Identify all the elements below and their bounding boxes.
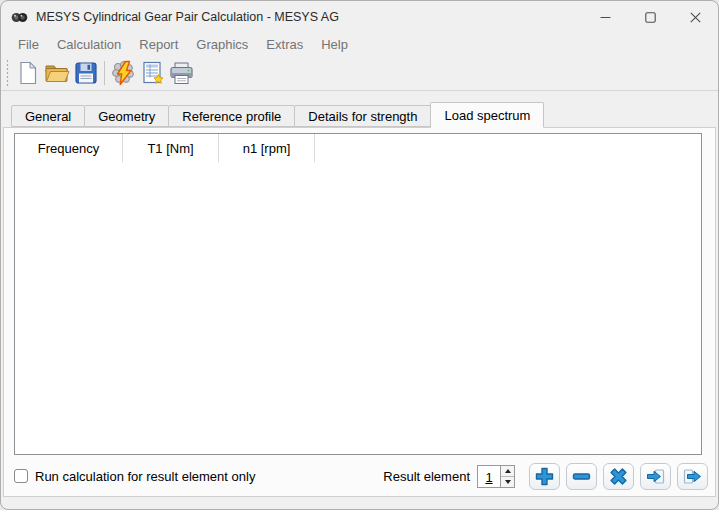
maximize-icon <box>645 12 656 23</box>
spinner-buttons <box>500 466 514 487</box>
maximize-button[interactable] <box>628 1 673 33</box>
save-file-icon <box>75 62 97 84</box>
window-controls <box>583 1 718 33</box>
save-file-button[interactable] <box>71 59 100 88</box>
arrow-into-box-icon <box>646 467 665 486</box>
menu-help[interactable]: Help <box>312 35 357 54</box>
menu-file[interactable]: File <box>9 35 48 54</box>
close-button[interactable] <box>673 1 718 33</box>
new-file-icon <box>17 61 39 85</box>
spinner-down-button[interactable] <box>501 477 514 487</box>
app-window: MESYS Cylindrical Gear Pair Calculation … <box>0 0 719 510</box>
run-calculation-checkbox[interactable] <box>14 469 28 483</box>
spinner-down-icon <box>505 480 511 484</box>
spinner-up-icon <box>505 469 511 473</box>
window-title: MESYS Cylindrical Gear Pair Calculation … <box>36 10 583 24</box>
toolbar-separator <box>104 61 105 85</box>
menu-report[interactable]: Report <box>130 35 187 54</box>
minimize-icon <box>600 12 611 23</box>
export-load-spectrum-button[interactable] <box>677 463 708 490</box>
result-element-controls: Result element 1 <box>383 463 708 490</box>
tab-reference-profile[interactable]: Reference profile <box>168 105 295 127</box>
column-header-n1[interactable]: n1 [rpm] <box>219 134 315 162</box>
report-icon <box>141 61 165 85</box>
menu-bar: File Calculation Report Graphics Extras … <box>1 33 718 56</box>
result-element-label: Result element <box>383 469 470 484</box>
minimize-button[interactable] <box>583 1 628 33</box>
calculate-lightning-icon <box>111 60 137 86</box>
result-element-value[interactable]: 1 <box>478 466 500 487</box>
clear-load-cases-button[interactable] <box>603 463 634 490</box>
menu-extras[interactable]: Extras <box>257 35 312 54</box>
remove-load-case-button[interactable] <box>566 463 597 490</box>
minus-icon <box>572 467 591 486</box>
load-spectrum-table[interactable]: Frequency T1 [Nm] n1 [rpm] <box>14 133 702 455</box>
column-header-frequency[interactable]: Frequency <box>15 134 123 162</box>
toolbar-grip[interactable] <box>5 60 10 86</box>
tab-geometry[interactable]: Geometry <box>84 105 169 127</box>
tab-general[interactable]: General <box>11 105 85 127</box>
run-calculation-label: Run calculation for result element only <box>35 469 255 484</box>
report-button[interactable] <box>138 59 167 88</box>
arrow-out-of-box-icon <box>683 467 702 486</box>
print-icon <box>169 62 194 85</box>
result-element-spinner[interactable]: 1 <box>477 465 515 488</box>
new-file-button[interactable] <box>13 59 42 88</box>
close-icon <box>690 12 701 23</box>
open-file-button[interactable] <box>42 59 71 88</box>
footer-bar: Run calculation for result element only … <box>14 462 708 490</box>
table-header-row: Frequency T1 [Nm] n1 [rpm] <box>15 134 701 162</box>
column-header-t1[interactable]: T1 [Nm] <box>123 134 219 162</box>
app-gear-pair-icon <box>11 10 28 25</box>
menu-graphics[interactable]: Graphics <box>187 35 257 54</box>
toolbar <box>1 56 718 91</box>
spinner-up-button[interactable] <box>501 466 514 477</box>
load-spectrum-panel: Frequency T1 [Nm] n1 [rpm] Run calculati… <box>3 127 716 497</box>
calculate-button[interactable] <box>109 59 138 88</box>
open-file-icon <box>44 62 70 84</box>
title-bar[interactable]: MESYS Cylindrical Gear Pair Calculation … <box>1 1 718 33</box>
print-button[interactable] <box>167 59 196 88</box>
cross-delete-icon <box>609 467 628 486</box>
add-load-case-button[interactable] <box>529 463 560 490</box>
tab-bar: General Geometry Reference profile Detai… <box>1 101 718 127</box>
tab-load-spectrum[interactable]: Load spectrum <box>430 102 544 128</box>
tab-details-for-strength[interactable]: Details for strength <box>294 105 431 127</box>
run-calculation-option[interactable]: Run calculation for result element only <box>14 469 255 484</box>
import-load-spectrum-button[interactable] <box>640 463 671 490</box>
menu-calculation[interactable]: Calculation <box>48 35 130 54</box>
plus-icon <box>535 467 554 486</box>
